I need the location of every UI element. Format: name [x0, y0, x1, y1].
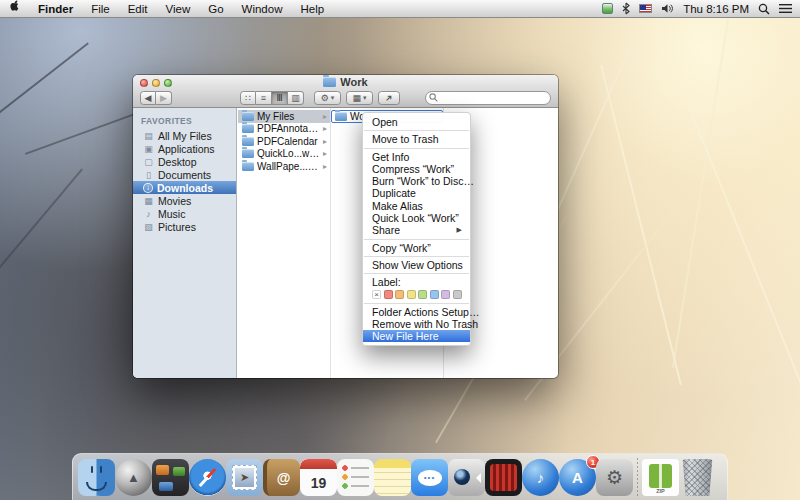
label-red-swatch[interactable]: [384, 290, 393, 299]
search-input[interactable]: [425, 91, 551, 105]
menu-separator: [364, 148, 469, 149]
label-blue-swatch[interactable]: [430, 290, 439, 299]
mail-stamp: ➤: [232, 465, 257, 490]
finder-smile: [86, 482, 107, 491]
dock-calendar-icon[interactable]: 19: [300, 459, 337, 496]
file-row-my-files[interactable]: My Files▸: [238, 110, 330, 123]
dock-system-preferences-icon[interactable]: ⚙: [596, 459, 633, 496]
dock-itunes-icon[interactable]: ♪: [522, 459, 559, 496]
menu-label-heading: Label:: [363, 276, 470, 288]
label-orange-swatch[interactable]: [395, 290, 404, 299]
dock-mission-control-icon[interactable]: [152, 459, 189, 496]
chevron-right-icon: ▸: [323, 137, 327, 146]
column-1: My Files▸ PDFAnnotationEditor▸ PDFCalend…: [238, 108, 331, 378]
menu-item-quick-look[interactable]: Quick Look “Work”: [363, 212, 470, 224]
arrange-menu-button[interactable]: ▦▾: [346, 91, 373, 105]
label-gray-swatch[interactable]: [453, 290, 462, 299]
file-row-wallpaper[interactable]: WallPape...0x1440▸: [238, 160, 330, 173]
dock-photo-booth-icon[interactable]: [485, 459, 522, 496]
calendar-day: 19: [311, 469, 327, 496]
dock-notes-icon[interactable]: [374, 459, 411, 496]
menu-item-remove-with-no-trash[interactable]: Remove with No Trash: [363, 318, 470, 330]
dock-zip-file-icon[interactable]: ZIP: [642, 459, 679, 496]
input-source-flag-icon[interactable]: [639, 4, 652, 13]
zip-label: ZIP: [656, 488, 665, 494]
grass-stem: [0, 42, 89, 117]
menu-item-show-view-options[interactable]: Show View Options: [363, 259, 470, 271]
menu-bar-clock[interactable]: Thu 8:16 PM: [683, 3, 749, 15]
menu-file[interactable]: File: [82, 0, 119, 18]
icon-view-button[interactable]: ∷: [240, 91, 256, 105]
dock-app-store-icon[interactable]: A 1: [559, 459, 596, 496]
music-note-icon: ♪: [537, 469, 545, 486]
dock-launchpad-icon[interactable]: ▲: [115, 459, 152, 496]
menu-window[interactable]: Window: [233, 0, 292, 18]
file-row-pdfannotationeditor[interactable]: PDFAnnotationEditor▸: [238, 123, 330, 136]
list-view-button[interactable]: ≡: [256, 91, 272, 105]
share-button[interactable]: ➔: [378, 91, 400, 105]
folder-icon: [323, 77, 336, 87]
dock-reminders-icon[interactable]: [337, 459, 374, 496]
menu-item-new-file-here[interactable]: New File Here: [363, 330, 470, 342]
dock-safari-icon[interactable]: [189, 459, 226, 496]
sidebar-item-applications[interactable]: ▣Applications: [133, 142, 236, 155]
dock-facetime-icon[interactable]: [448, 459, 485, 496]
dock-messages-icon[interactable]: •••: [411, 459, 448, 496]
dock: ▲ ➤ @ 19 ••• ♪ A 1 ⚙ ZIP: [72, 453, 728, 500]
menu-item-make-alias[interactable]: Make Alias: [363, 200, 470, 212]
music-icon: ♪: [143, 209, 154, 219]
notification-center-icon[interactable]: [779, 3, 792, 14]
menu-finder[interactable]: Finder: [29, 0, 82, 18]
menu-item-get-info[interactable]: Get Info: [363, 151, 470, 163]
menu-go[interactable]: Go: [199, 0, 232, 18]
back-button[interactable]: ◀: [140, 91, 156, 105]
folder-icon: [242, 112, 254, 121]
apple-menu[interactable]: [0, 0, 29, 18]
sidebar-item-documents[interactable]: ▯Documents: [133, 168, 236, 181]
label-purple-swatch[interactable]: [441, 290, 450, 299]
menu-item-share[interactable]: Share▶: [363, 224, 470, 236]
action-menu-button[interactable]: ⚙▾: [314, 91, 341, 105]
window-title: Work: [133, 76, 558, 88]
sidebar-item-all-my-files[interactable]: ▤All My Files: [133, 129, 236, 142]
dock-trash-icon[interactable]: [679, 459, 716, 496]
folder-icon: [242, 162, 254, 171]
menu-edit[interactable]: Edit: [119, 0, 157, 18]
label-green-swatch[interactable]: [418, 290, 427, 299]
chevron-right-icon: ▸: [323, 112, 327, 121]
file-row-quicklook-downloader[interactable]: QuickLo...wnloader▸: [238, 148, 330, 161]
sidebar-item-downloads[interactable]: ↓Downloads: [133, 181, 236, 194]
menu-item-compress[interactable]: Compress “Work”: [363, 163, 470, 175]
dock-separator: [637, 458, 638, 496]
menu-item-copy[interactable]: Copy “Work”: [363, 242, 470, 254]
volume-icon[interactable]: [661, 3, 674, 14]
menu-help[interactable]: Help: [291, 0, 333, 18]
dock-mail-icon[interactable]: ➤: [226, 459, 263, 496]
menu-item-open[interactable]: Open: [363, 116, 470, 128]
menu-item-duplicate[interactable]: Duplicate: [363, 187, 470, 199]
sidebar-item-pictures[interactable]: ▧Pictures: [133, 220, 236, 233]
pictures-icon: ▧: [143, 222, 154, 232]
file-row-pdfcalendar[interactable]: PDFCalendar▸: [238, 135, 330, 148]
label-yellow-swatch[interactable]: [407, 290, 416, 299]
list-view-icon: ≡: [261, 93, 266, 103]
menu-view[interactable]: View: [157, 0, 200, 18]
menu-item-folder-actions-setup[interactable]: Folder Actions Setup…: [363, 306, 470, 318]
menu-item-burn[interactable]: Burn “Work” to Disc…: [363, 175, 470, 187]
sidebar-item-movies[interactable]: ▦Movies: [133, 194, 236, 207]
spotlight-icon[interactable]: [758, 3, 770, 15]
window-content: FAVORITES ▤All My Files ▣Applications ▢D…: [133, 108, 558, 378]
bluetooth-icon[interactable]: [622, 2, 630, 15]
dock-finder-icon[interactable]: [78, 459, 115, 496]
forward-button[interactable]: ▶: [156, 91, 172, 105]
sidebar-item-music[interactable]: ♪Music: [133, 207, 236, 220]
coverflow-view-button[interactable]: ▥: [288, 91, 304, 105]
sidebar-item-desktop[interactable]: ▢Desktop: [133, 155, 236, 168]
column-view-button[interactable]: Ⅲ: [272, 91, 288, 105]
app-status-icon[interactable]: [602, 3, 613, 14]
label-none-swatch[interactable]: ×: [372, 290, 381, 299]
window-title-bar[interactable]: Work ◀ ▶ ∷ ≡ Ⅲ ▥ ⚙▾ ▦▾ ➔: [133, 75, 558, 108]
folder-icon: [242, 137, 254, 146]
menu-item-move-to-trash[interactable]: Move to Trash: [363, 133, 470, 145]
dock-contacts-icon[interactable]: @: [263, 459, 300, 496]
